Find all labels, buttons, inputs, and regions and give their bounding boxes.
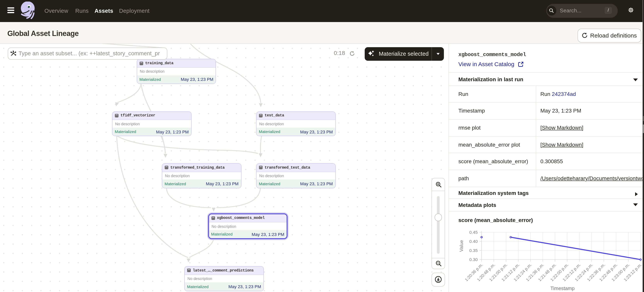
svg-text:0.40: 0.40 xyxy=(470,239,478,244)
svg-text:0.35: 0.35 xyxy=(470,248,478,253)
svg-text:Value: Value xyxy=(459,240,464,252)
svg-text:Timestamp: Timestamp xyxy=(550,285,575,291)
svg-text:0.45: 0.45 xyxy=(470,230,478,235)
svg-text:0.30: 0.30 xyxy=(470,257,478,262)
